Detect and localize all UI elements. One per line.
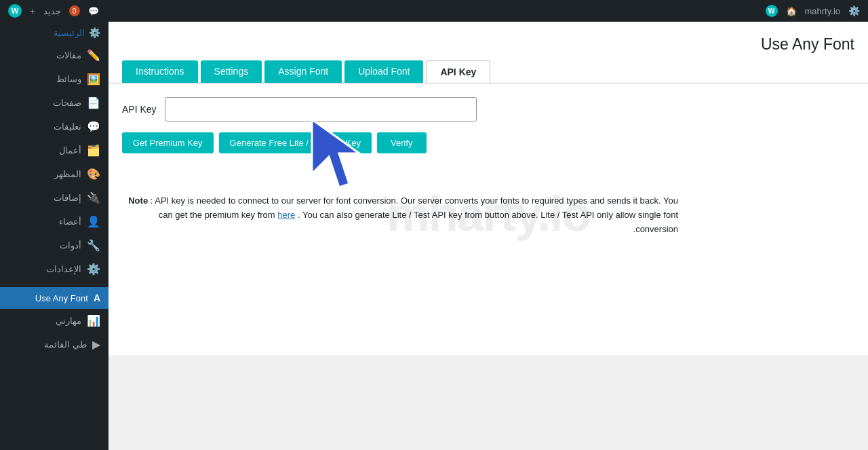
- note-bold-label: Note: [128, 195, 148, 206]
- sidebar-item-plugins[interactable]: 🔌 إضافات: [0, 186, 108, 210]
- note-text-part2: . You can also generate Lite / Test API …: [298, 210, 678, 234]
- sidebar-label-appearance: المظهر: [8, 169, 81, 179]
- sidebar-item-settings[interactable]: ⚙️ الإعدادات: [0, 257, 108, 281]
- sidebar-label-plugins: إضافات: [8, 193, 81, 203]
- sidebar-item-business[interactable]: 🗂️ أعمال: [0, 138, 108, 162]
- home-icon[interactable]: 🏠: [786, 6, 797, 16]
- tab-api-key[interactable]: API Key: [426, 60, 490, 83]
- sidebar-item-articles[interactable]: ✏️ مقالات: [0, 43, 108, 67]
- sidebar-label-comments: تعليقات: [8, 121, 81, 132]
- new-label[interactable]: جديد: [43, 6, 61, 16]
- sidebar-item-users[interactable]: 👤 أعضاء: [0, 210, 108, 233]
- sidebar: ⚙️ الرئيسية ✏️ مقالات 🖼️ وسائط 📄 صفحات 💬…: [0, 22, 108, 450]
- tab-settings[interactable]: Settings: [201, 60, 262, 83]
- api-key-section: API Key Get Premium Key Generate Free Li…: [122, 97, 854, 236]
- tab-upload-font[interactable]: Upload Font: [344, 60, 423, 83]
- sidebar-label-use-any-font: Use Any Font: [8, 293, 88, 303]
- collapse-icon: ▶: [92, 338, 100, 351]
- sidebar-item-tools[interactable]: 🔧 أدوات: [0, 233, 108, 257]
- page-header: Use Any Font API Key Upload Font Assign …: [108, 22, 868, 83]
- get-premium-key-button[interactable]: Get Premium Key: [122, 132, 214, 153]
- sidebar-label-settings: الإعدادات: [8, 264, 81, 274]
- sidebar-item-pages[interactable]: 📄 صفحات: [0, 91, 108, 115]
- appearance-icon: 🎨: [87, 168, 100, 181]
- sidebar-label-collapse: طي القائمة: [8, 339, 87, 350]
- sidebar-home-settings-icon: ⚙️: [89, 27, 100, 38]
- svg-marker-0: [312, 119, 359, 187]
- content-area: Use Any Font API Key Upload Font Assign …: [108, 22, 868, 450]
- admin-bar-right: ⚙️ mahrty.io 🏠 W: [766, 5, 861, 17]
- sidebar-item-mahrty[interactable]: 📊 مهارتي: [0, 309, 108, 333]
- image-icon: 🖼️: [87, 73, 100, 86]
- sidebar-label-mahrty: مهارتي: [8, 316, 81, 326]
- wp-icon[interactable]: W: [766, 5, 778, 17]
- sidebar-home-label: الرئيسية: [54, 28, 85, 38]
- note-container: Note : API key is needed to connect to o…: [122, 194, 678, 236]
- admin-bar-left: W + جديد 0 💬: [8, 4, 99, 18]
- settings-sidebar-icon: ⚙️: [87, 263, 100, 276]
- comment-count-badge[interactable]: 0: [69, 5, 80, 16]
- generate-free-key-button[interactable]: Generate Free Lite / Test API Key: [219, 132, 372, 153]
- api-key-row: API Key: [122, 97, 854, 121]
- sidebar-label-media: وسائط: [8, 74, 81, 84]
- main-content-panel: mharty.io API Key Get Premium Key Genera…: [108, 83, 868, 355]
- sidebar-item-collapse[interactable]: ▶ طي القائمة: [0, 333, 108, 356]
- username-label[interactable]: mahrty.io: [805, 6, 841, 16]
- font-icon: A: [94, 293, 100, 303]
- sidebar-item-use-any-font[interactable]: A Use Any Font: [0, 287, 108, 309]
- sidebar-item-appearance[interactable]: 🎨 المظهر: [0, 162, 108, 186]
- sidebar-label-articles: مقالات: [8, 50, 81, 60]
- business-icon: 🗂️: [87, 144, 100, 157]
- tabs-nav: API Key Upload Font Assign Font Settings…: [122, 60, 854, 83]
- sidebar-label-pages: صفحات: [8, 98, 81, 108]
- wp-logo-icon[interactable]: W: [8, 4, 22, 18]
- note-here-link[interactable]: here: [277, 210, 295, 220]
- sidebar-item-media[interactable]: 🖼️ وسائط: [0, 67, 108, 91]
- sidebar-label-tools: أدوات: [8, 240, 81, 250]
- pages-icon: 📄: [87, 96, 100, 109]
- admin-bar: W + جديد 0 💬 ⚙️ mahrty.io 🏠 W: [0, 0, 868, 22]
- sidebar-divider: [0, 284, 108, 284]
- tab-instructions[interactable]: Instructions: [122, 60, 198, 83]
- sidebar-label-business: أعمال: [8, 145, 81, 155]
- add-new-icon[interactable]: +: [30, 6, 35, 16]
- plugins-icon: 🔌: [87, 191, 100, 204]
- sidebar-home-link[interactable]: ⚙️ الرئيسية: [0, 22, 108, 43]
- tools-icon: 🔧: [87, 239, 100, 252]
- edit-icon: ✏️: [87, 49, 100, 62]
- cursor-arrow-icon: [305, 113, 387, 201]
- page-title: Use Any Font: [122, 35, 854, 60]
- verify-button[interactable]: Verify: [377, 132, 427, 153]
- sidebar-label-users: أعضاء: [8, 217, 81, 227]
- settings-icon[interactable]: ⚙️: [848, 5, 860, 16]
- api-key-input[interactable]: [165, 97, 477, 121]
- users-icon: 👤: [87, 215, 100, 228]
- tab-assign-font[interactable]: Assign Font: [264, 60, 342, 83]
- mahrty-icon: 📊: [87, 314, 100, 327]
- api-key-label: API Key: [122, 104, 157, 115]
- sidebar-item-comments[interactable]: 💬 تعليقات: [0, 115, 108, 138]
- comments-icon: 💬: [87, 120, 100, 133]
- comment-icon[interactable]: 💬: [88, 6, 99, 16]
- main-layout: ⚙️ الرئيسية ✏️ مقالات 🖼️ وسائط 📄 صفحات 💬…: [0, 22, 868, 450]
- button-row: Get Premium Key Generate Free Lite / Tes…: [122, 132, 854, 153]
